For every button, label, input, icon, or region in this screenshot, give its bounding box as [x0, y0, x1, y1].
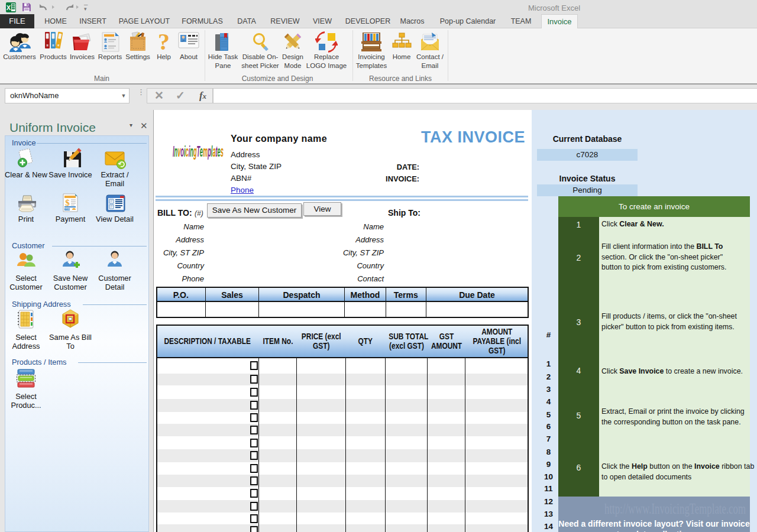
svg-text:VISA: VISA [65, 208, 70, 210]
svg-text:$: $ [65, 198, 70, 207]
svg-text:X: X [7, 4, 11, 11]
svg-text:?: ? [158, 31, 170, 53]
